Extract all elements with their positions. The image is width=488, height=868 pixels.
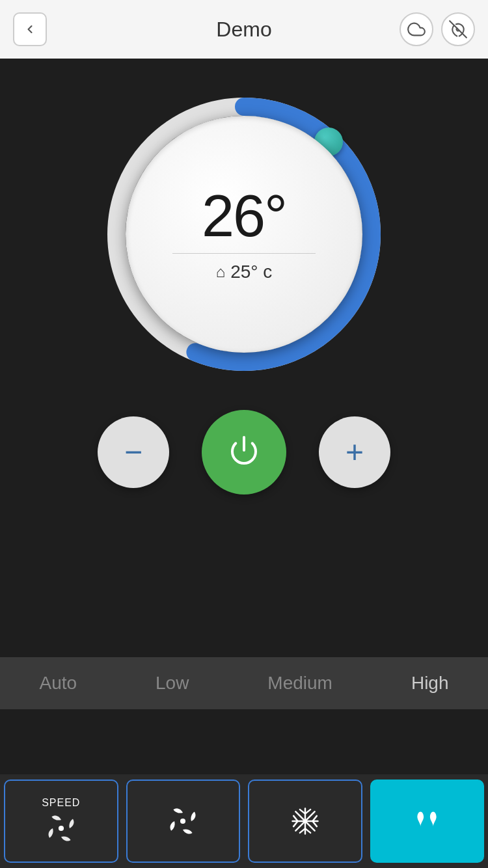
- temperature-divider: [172, 253, 316, 254]
- svg-point-5: [180, 819, 185, 824]
- tab-medium[interactable]: Medium: [254, 666, 346, 700]
- decrease-icon: −: [124, 437, 142, 468]
- tab-auto[interactable]: Auto: [26, 666, 90, 700]
- controls-row: − +: [98, 410, 390, 495]
- home-temp-value: 25° c: [230, 262, 272, 282]
- svg-point-4: [59, 826, 64, 831]
- location-pin-icon-button[interactable]: [441, 12, 475, 46]
- speed-label: SPEED: [42, 797, 80, 809]
- bottom-buttons: SPEED: [0, 774, 488, 868]
- header: Demo: [0, 0, 488, 59]
- decrease-button[interactable]: −: [98, 416, 169, 488]
- thermostat-dial[interactable]: 26° ⌂ 25° c: [107, 98, 381, 371]
- power-button[interactable]: [202, 410, 286, 495]
- dial-inner: 26° ⌂ 25° c: [126, 116, 362, 353]
- fan-mode-button[interactable]: [126, 780, 241, 863]
- back-button[interactable]: [13, 12, 47, 46]
- tab-low[interactable]: Low: [142, 666, 202, 700]
- fan-icon: [166, 804, 200, 838]
- speed-icon-box: SPEED: [42, 797, 80, 845]
- increase-button[interactable]: +: [319, 416, 390, 488]
- speed-tabs: Auto Low Medium High: [0, 657, 488, 709]
- speed-mode-button[interactable]: SPEED: [4, 780, 118, 863]
- dry-mode-button[interactable]: [370, 780, 485, 863]
- water-drops-icon: [410, 804, 444, 838]
- increase-icon: +: [346, 437, 364, 468]
- header-actions: [400, 12, 475, 46]
- fan-speed-icon: [44, 811, 78, 845]
- home-temperature: ⌂ 25° c: [216, 262, 273, 282]
- set-temperature: 26°: [202, 187, 286, 245]
- cool-mode-button[interactable]: [248, 780, 362, 863]
- snowflake-icon: [288, 804, 322, 838]
- home-icon: ⌂: [216, 263, 226, 281]
- page-title: Demo: [216, 18, 271, 42]
- cloud-icon-button[interactable]: [400, 12, 433, 46]
- power-icon: [228, 435, 260, 470]
- tab-high[interactable]: High: [398, 666, 462, 700]
